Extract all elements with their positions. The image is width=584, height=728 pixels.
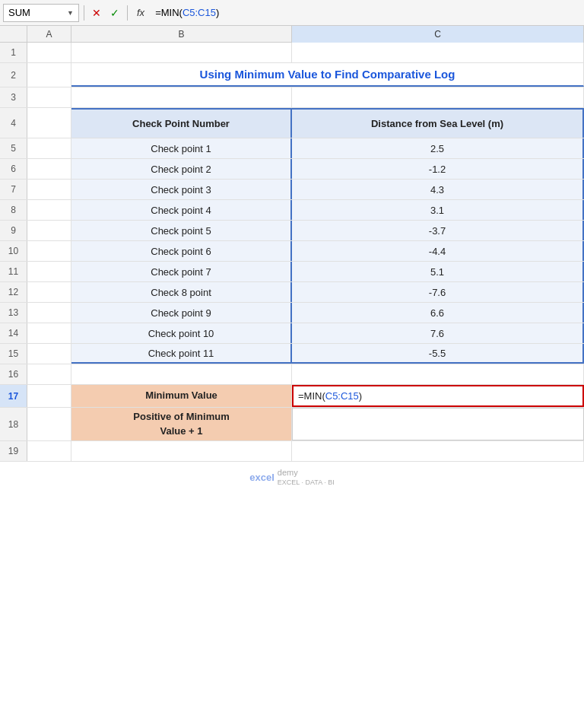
cell-a15[interactable]	[27, 344, 71, 364]
cell-b17-min-label[interactable]: Minimum Value	[71, 385, 292, 407]
formula-text: =MIN(C5:C15)	[155, 7, 219, 18]
row-16: 16	[0, 364, 584, 385]
row-11: 11 Check point 7 5.1	[0, 262, 584, 282]
spreadsheet-body: 1 2 Using Minimum Value to Find Comparat…	[0, 43, 584, 462]
cell-a16[interactable]	[27, 364, 71, 384]
row-1: 1	[0, 43, 584, 63]
name-box-arrow-icon: ▼	[67, 9, 74, 17]
cell-b15[interactable]: Check point 11	[71, 344, 292, 364]
cell-a19[interactable]	[27, 441, 71, 461]
cell-c18-value[interactable]	[292, 408, 584, 440]
cell-a13[interactable]	[27, 303, 71, 323]
formula-separator	[84, 5, 84, 21]
cell-b13[interactable]: Check point 9	[71, 303, 292, 323]
cell-c9[interactable]: -3.7	[292, 221, 584, 240]
row-num-16: 16	[0, 364, 27, 384]
row-7: 7 Check point 3 4.3	[0, 180, 584, 200]
cell-c3[interactable]	[292, 87, 584, 107]
cell-c12[interactable]: -7.6	[292, 282, 584, 302]
row-5: 5 Check point 1 2.5	[0, 138, 584, 159]
cell-b14[interactable]: Check point 10	[71, 323, 292, 343]
cell-c14[interactable]: 7.6	[292, 323, 584, 343]
cell-b16[interactable]	[71, 364, 292, 384]
cell-a5[interactable]	[27, 138, 71, 158]
cell-c10[interactable]: -4.4	[292, 241, 584, 261]
row-num-18: 18	[0, 408, 27, 440]
cell-c19[interactable]	[292, 441, 584, 461]
column-headers: A B C	[0, 26, 584, 43]
cell-a4[interactable]	[27, 108, 71, 138]
row-2: 2 Using Minimum Value to Find Comparativ…	[0, 63, 584, 87]
cell-c4-header[interactable]: Distance from Sea Level (m)	[292, 108, 584, 138]
cancel-icon[interactable]: ✕	[89, 7, 104, 19]
row-num-12: 12	[0, 282, 27, 302]
row-num-17: 17	[0, 385, 27, 407]
cell-b8[interactable]: Check point 4	[71, 200, 292, 220]
cell-a18[interactable]	[27, 408, 71, 440]
cell-b3[interactable]	[71, 87, 292, 107]
cell-a12[interactable]	[27, 282, 71, 302]
row-17: 17 Minimum Value =MIN(C5:C15)	[0, 385, 584, 408]
cell-b19[interactable]	[71, 441, 292, 461]
row-num-10: 10	[0, 241, 27, 261]
cell-c13[interactable]: 6.6	[292, 303, 584, 323]
cell-c8[interactable]: 3.1	[292, 200, 584, 220]
watermark: excel demyEXCEL · DATA · BI	[0, 462, 584, 489]
confirm-icon[interactable]: ✓	[107, 7, 122, 19]
cell-b4-header[interactable]: Check Point Number	[71, 108, 292, 138]
formula-ref-display: C5:C15	[325, 390, 359, 402]
cell-c6[interactable]: -1.2	[292, 159, 584, 179]
cell-a9[interactable]	[27, 221, 71, 240]
cell-c15[interactable]: -5.5	[292, 344, 584, 364]
col-header-a[interactable]: A	[27, 26, 71, 43]
col-header-b[interactable]: B	[71, 26, 292, 43]
cell-a11[interactable]	[27, 262, 71, 281]
cell-a10[interactable]	[27, 241, 71, 261]
cell-a1[interactable]	[27, 43, 71, 62]
cell-c7[interactable]: 4.3	[292, 180, 584, 199]
row-6: 6 Check point 2 -1.2	[0, 159, 584, 180]
cell-a17[interactable]	[27, 385, 71, 407]
row-num-15: 15	[0, 344, 27, 364]
row-19: 19	[0, 441, 584, 462]
fx-label: fx	[132, 7, 149, 18]
cell-c5[interactable]: 2.5	[292, 138, 584, 158]
cell-b5[interactable]: Check point 1	[71, 138, 292, 158]
cell-c2-title[interactable]: Using Minimum Value to Find Comparative …	[71, 63, 584, 87]
cell-a3[interactable]	[27, 87, 71, 107]
cell-a6[interactable]	[27, 159, 71, 179]
cell-c17-formula[interactable]: =MIN(C5:C15)	[292, 385, 584, 407]
cell-b6[interactable]: Check point 2	[71, 159, 292, 179]
row-num-8: 8	[0, 200, 27, 220]
cell-c11[interactable]: 5.1	[292, 262, 584, 281]
name-box[interactable]: SUM ▼	[3, 4, 79, 22]
row-num-11: 11	[0, 262, 27, 281]
col-header-c[interactable]: C	[292, 26, 584, 43]
cell-b18-label[interactable]: Positive of MinimumValue + 1	[71, 408, 292, 440]
cell-b1[interactable]	[71, 43, 292, 62]
cell-a7[interactable]	[27, 180, 71, 199]
cell-a14[interactable]	[27, 323, 71, 343]
row-12: 12 Check 8 point -7.6	[0, 282, 584, 303]
formula-display: =MIN(C5:C15)	[298, 390, 362, 402]
cell-b10[interactable]: Check point 6	[71, 241, 292, 261]
watermark-logo: excel	[249, 472, 275, 483]
cell-b11[interactable]: Check point 7	[71, 262, 292, 281]
row-num-6: 6	[0, 159, 27, 179]
cell-c1[interactable]	[292, 43, 584, 62]
cell-a8[interactable]	[27, 200, 71, 220]
formula-input[interactable]: =MIN(C5:C15)	[152, 7, 581, 18]
row-num-14: 14	[0, 323, 27, 343]
row-num-7: 7	[0, 180, 27, 199]
cell-a2[interactable]	[27, 63, 71, 87]
name-box-value: SUM	[8, 7, 30, 18]
row-10: 10 Check point 6 -4.4	[0, 241, 584, 262]
formula-bar: SUM ▼ ✕ ✓ fx =MIN(C5:C15)	[0, 0, 584, 26]
cell-b12[interactable]: Check 8 point	[71, 282, 292, 302]
row-num-3: 3	[0, 87, 27, 107]
row-13: 13 Check point 9 6.6	[0, 303, 584, 323]
cell-b7[interactable]: Check point 3	[71, 180, 292, 199]
row-3: 3	[0, 87, 584, 108]
cell-b9[interactable]: Check point 5	[71, 221, 292, 240]
cell-c16[interactable]	[292, 364, 584, 384]
